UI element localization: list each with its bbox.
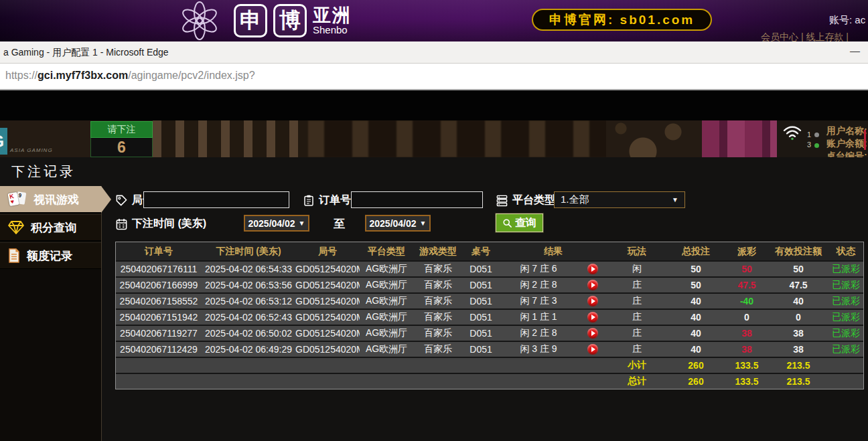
payout-cell: 0: [725, 312, 768, 323]
result-cell: 闲 2 庄 8: [499, 327, 578, 339]
replay-play-icon[interactable]: [587, 296, 598, 306]
table-row: 2504020671124292025-04-02 06:49:29GD0512…: [116, 341, 863, 357]
payout-cell: 50: [725, 264, 768, 274]
table-no-cell: D051: [463, 328, 499, 339]
date-to-picker[interactable]: 2025/04/02 ▼: [365, 215, 431, 232]
round-no-cell: GD051254020ME: [295, 312, 360, 323]
edge-titlebar[interactable]: a Gaming - 用户配置 1 - Microsoft Edge —: [0, 41, 868, 64]
sidebar-item-label: 额度记录: [27, 248, 72, 264]
round-no-cell: GD051254020MF: [295, 296, 360, 306]
edge-urlbar[interactable]: https://gci.myf7f3bx.com/agingame/pcv2/i…: [0, 64, 868, 90]
table-count-numbers: 13: [807, 130, 811, 150]
grand-total-valid-bet: 213.5: [768, 376, 828, 387]
bet-countdown-value: 6: [90, 138, 153, 157]
replay-play-icon[interactable]: [587, 264, 598, 274]
document-icon: [7, 248, 21, 263]
column-header: 平台类型: [360, 246, 413, 258]
official-site-pill[interactable]: 申博官网: sb01.com: [532, 9, 712, 31]
round-no-cell: GD051254020MA: [295, 328, 360, 339]
slot-machines-backdrop: [702, 120, 777, 157]
bet-prompt-label: 请下注: [90, 121, 153, 138]
table-no-cell: D051: [463, 264, 499, 274]
result-cell: 闲 2 庄 8: [499, 279, 578, 291]
replay-play-icon[interactable]: [587, 280, 598, 290]
bet-time-cell: 2025-04-02 06:53:12: [202, 296, 295, 306]
sidebar-item-1[interactable]: 积分查询: [0, 214, 101, 241]
total-bet-cell: 40: [666, 312, 725, 323]
round-no-cell: GD051254020MG: [295, 280, 360, 290]
url-domain: gci.myf7f3bx.com: [38, 70, 128, 81]
grand-total-payout: 133.5: [725, 376, 768, 387]
platform-type-select[interactable]: 1.全部 ▼: [554, 191, 685, 208]
table-no-cell: D051: [463, 296, 499, 306]
column-header: 状态: [828, 246, 863, 258]
search-button[interactable]: 查询: [496, 213, 543, 232]
platform-cell: AG欧洲厅: [360, 295, 413, 307]
chevron-down-icon: ▼: [420, 219, 427, 227]
table-row: 2504020671192772025-04-02 06:50:02GD0512…: [116, 325, 863, 341]
game-type-cell: 百家乐: [413, 311, 463, 323]
status-cell: 已派彩: [828, 295, 863, 307]
round-no-cell: GD051254020MH: [295, 264, 360, 274]
table-row: 2504020671519422025-04-02 06:52:43GD0512…: [116, 308, 863, 325]
payout-cell: 38: [725, 344, 768, 355]
asia-gaming-brand-text: ASIA GAMING: [10, 147, 53, 153]
bet-time-cell: 2025-04-02 06:54:33: [202, 264, 295, 274]
replay-cell: [578, 264, 607, 274]
replay-play-icon[interactable]: [587, 328, 598, 339]
page-top-black-band: [0, 90, 868, 120]
replay-play-icon[interactable]: [587, 344, 598, 355]
betting-records-panel: 下注记录 K♥9视讯游戏积分查询额度记录 局号 订单号 平台类型 1.全部: [0, 157, 868, 441]
valid-bet-cell: 38: [768, 328, 828, 339]
logo-latin-text: Shenbo: [313, 25, 352, 35]
column-header: 有效投注额: [768, 246, 828, 258]
round-no-input[interactable]: [143, 191, 289, 208]
calendar-icon: [115, 217, 128, 230]
result-cell: 闲 3 庄 9: [499, 343, 578, 355]
order-no-cell: 250402067158552: [116, 296, 202, 306]
game-background-strip: G ASIA GAMING 请下注 6 13 用户名称: 账户余额: 桌台编号:: [0, 120, 868, 157]
game-type-cell: 百家乐: [413, 263, 463, 275]
game-type-cell: 百家乐: [413, 279, 463, 291]
member-nav-links[interactable]: 会员中心 | 线上存款 |: [761, 31, 849, 41]
panel-title: 下注记录: [11, 163, 76, 181]
replay-play-icon[interactable]: [587, 312, 598, 323]
play-type-cell: 庄: [607, 295, 666, 307]
minimize-button[interactable]: —: [846, 43, 864, 58]
order-no-input[interactable]: [351, 191, 483, 208]
payout-cell: -40: [725, 296, 768, 306]
logo-region-text: 亚洲: [313, 6, 352, 25]
replay-cell: [578, 328, 607, 339]
order-no-cell: 250402067112429: [116, 344, 202, 355]
platform-cell: AG欧洲厅: [360, 343, 413, 355]
replay-cell: [578, 296, 607, 306]
date-from-picker[interactable]: 2025/04/02 ▼: [244, 215, 309, 232]
column-header: 游戏类型: [413, 246, 463, 258]
column-header: 下注时间 (美东): [202, 246, 295, 258]
bet-time-cell: 2025-04-02 06:53:56: [202, 280, 295, 290]
result-cell: 闲 7 庄 6: [499, 263, 578, 275]
sidebar-item-0[interactable]: K♥9视讯游戏: [0, 186, 101, 213]
subtotal-total-bet: 260: [666, 360, 725, 371]
subtotal-payout: 133.5: [725, 360, 768, 371]
date-range-to-label: 至: [334, 216, 345, 232]
sidebar-item-label: 视讯游戏: [33, 192, 79, 207]
column-header: 玩法: [607, 246, 666, 258]
platform-list-icon: [496, 194, 508, 207]
sidebar-item-2[interactable]: 额度记录: [0, 242, 101, 269]
total-bet-cell: 40: [666, 328, 725, 339]
play-type-cell: 庄: [607, 343, 666, 355]
sidebar: K♥9视讯游戏积分查询额度记录: [0, 186, 102, 441]
valid-bet-cell: 40: [768, 296, 828, 306]
column-header: 总投注: [666, 246, 725, 258]
grand-total-row: 总计260133.5213.5: [116, 373, 863, 389]
url-text[interactable]: https://gci.myf7f3bx.com/agingame/pcv2/i…: [5, 70, 255, 82]
game-type-cell: 百家乐: [413, 327, 463, 339]
order-no-label: 订单号: [319, 193, 351, 207]
url-scheme: https://: [5, 70, 38, 81]
table-row: 2504020671761112025-04-02 06:54:33GD0512…: [116, 260, 863, 276]
status-cell: 已派彩: [828, 311, 863, 323]
replay-cell: [578, 344, 607, 355]
backdrop-red-accent: [864, 130, 866, 150]
window-title: a Gaming - 用户配置 1 - Microsoft Edge: [3, 47, 169, 59]
